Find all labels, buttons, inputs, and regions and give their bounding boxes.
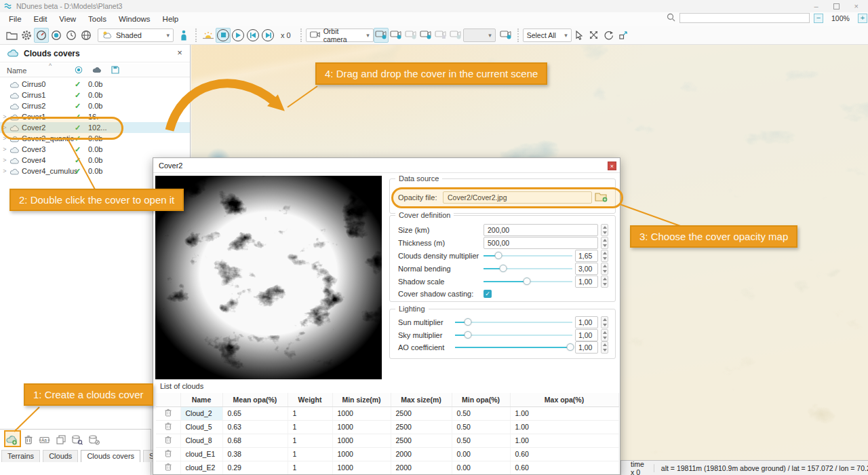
speedometer-button[interactable] xyxy=(34,28,49,43)
sky-multiplier-spinner[interactable] xyxy=(601,329,608,341)
camera-mode-dropdown[interactable]: Orbit camera ▾ xyxy=(306,28,374,42)
tree-item-cirrus2[interactable]: Cirrus2 ✓ 0.0b xyxy=(0,100,190,111)
sun-multiplier-value[interactable]: 1,00 xyxy=(575,316,598,328)
trash-icon[interactable] xyxy=(156,447,180,461)
expander-icon[interactable]: > xyxy=(0,146,9,153)
settings-gear-button[interactable] xyxy=(19,28,34,43)
cover-shadow-casting-checkbox[interactable]: ✓ xyxy=(484,290,492,298)
tab-terrains[interactable]: Terrains xyxy=(1,450,40,462)
shadow-scale-slider[interactable] xyxy=(484,276,572,288)
stop-button[interactable] xyxy=(216,28,231,43)
ao-coefficient-slider[interactable] xyxy=(455,341,572,354)
size-spinner[interactable] xyxy=(601,224,608,236)
camera-target-button[interactable] xyxy=(418,28,433,43)
table-row[interactable]: Cloud_2 0.65 1 1000 2500 0.50 1.00 xyxy=(156,406,618,420)
dialog-title-bar[interactable]: Cover2 xyxy=(153,158,620,173)
ao-coefficient-spinner[interactable] xyxy=(601,341,608,354)
trash-icon[interactable] xyxy=(156,406,180,420)
play-button[interactable] xyxy=(231,28,245,43)
camera-lock-button[interactable] xyxy=(448,28,463,43)
record-target-button[interactable] xyxy=(49,28,64,43)
open-folder-button[interactable] xyxy=(4,28,19,43)
column-name[interactable]: Name xyxy=(7,66,26,75)
trash-icon[interactable] xyxy=(156,434,180,447)
menu-file[interactable]: File xyxy=(3,14,28,24)
tree-item-cirrus0[interactable]: Cirrus0 ✓ 0.0b xyxy=(0,79,190,90)
select-mode-dropdown[interactable]: Select All ▾ xyxy=(523,28,572,42)
camera-remove-button[interactable] xyxy=(389,28,403,43)
camera-disabled-button[interactable] xyxy=(403,28,418,43)
slider-thumb[interactable] xyxy=(524,278,531,285)
delete-button[interactable] xyxy=(24,435,33,446)
panel-splitter[interactable] xyxy=(0,429,151,430)
bending-spinner[interactable] xyxy=(601,263,608,275)
camera-info-button[interactable] xyxy=(498,28,513,43)
rotate-button[interactable] xyxy=(601,28,616,43)
sunrise-button[interactable] xyxy=(201,28,216,43)
step-back-button[interactable] xyxy=(245,28,260,43)
column-header[interactable]: Min opa(%) xyxy=(452,393,510,406)
camera-save-button[interactable] xyxy=(433,28,448,43)
column-header[interactable]: Min size(m) xyxy=(332,393,391,406)
close-button[interactable]: × xyxy=(854,2,859,10)
camera-add-button[interactable] xyxy=(374,28,389,43)
render-mode-dropdown[interactable]: Shaded ▾ xyxy=(98,28,174,42)
slider-thumb[interactable] xyxy=(566,343,574,351)
tab-clouds-covers[interactable]: Clouds covers xyxy=(81,450,140,462)
shadow-scale-value[interactable]: 1,00 xyxy=(575,276,598,288)
tree-item-cover3[interactable]: > Cover3 ✓ 0.0b xyxy=(0,144,190,155)
globe-button[interactable] xyxy=(79,28,94,43)
column-header[interactable]: Max opa(%) xyxy=(510,393,618,406)
rename-button[interactable]: Aa xyxy=(39,436,50,446)
shadow-scale-spinner[interactable] xyxy=(601,276,608,288)
slider-thumb[interactable] xyxy=(495,252,502,259)
sun-multiplier-spinner[interactable] xyxy=(601,316,608,328)
thickness-input[interactable]: 500,00 xyxy=(484,237,598,249)
scale-button[interactable] xyxy=(616,28,631,43)
maximize-button[interactable] xyxy=(833,3,840,10)
tree-column-header[interactable]: Name ^ xyxy=(0,64,190,77)
database-search-button[interactable] xyxy=(72,435,83,446)
table-row[interactable]: Cloud_5 0.63 1 1000 2500 0.50 1.00 xyxy=(156,420,618,434)
menu-edit[interactable]: Edit xyxy=(28,14,54,24)
column-header[interactable]: Max size(m) xyxy=(391,393,452,406)
avatar-person-button[interactable] xyxy=(176,28,191,43)
column-header[interactable]: Weight xyxy=(288,393,332,406)
database-edit-button[interactable] xyxy=(89,435,100,446)
tab-clouds[interactable]: Clouds xyxy=(43,450,78,462)
menu-tools[interactable]: Tools xyxy=(82,14,113,24)
tree-item-cirrus1[interactable]: Cirrus1 ✓ 0.0b xyxy=(0,90,190,100)
menu-view[interactable]: View xyxy=(53,14,82,24)
column-cloud-icon[interactable] xyxy=(92,66,101,75)
ao-coefficient-value[interactable]: 1,00 xyxy=(575,341,598,354)
move-expand-button[interactable] xyxy=(587,28,601,43)
duplicate-button[interactable] xyxy=(56,435,66,446)
panel-close-icon[interactable]: × xyxy=(175,48,184,58)
history-clock-button[interactable] xyxy=(64,28,79,43)
slider-thumb[interactable] xyxy=(465,331,472,339)
zoom-in-button[interactable]: + xyxy=(858,14,867,23)
expander-icon[interactable]: > xyxy=(0,168,9,174)
density-value[interactable]: 1,65 xyxy=(575,250,598,262)
slider-thumb[interactable] xyxy=(465,318,472,326)
minimize-button[interactable]: – xyxy=(814,2,818,10)
sun-multiplier-slider[interactable] xyxy=(455,316,572,328)
column-header[interactable]: Name xyxy=(180,393,222,406)
search-input[interactable] xyxy=(679,13,810,23)
dialog-close-button[interactable]: × xyxy=(608,162,616,170)
sky-multiplier-slider[interactable] xyxy=(455,329,572,341)
density-slider[interactable] xyxy=(484,250,572,262)
column-enabled-icon[interactable] xyxy=(75,66,83,75)
menu-windows[interactable]: Windows xyxy=(113,14,157,24)
density-spinner[interactable] xyxy=(601,250,608,262)
column-save-icon[interactable] xyxy=(111,66,119,75)
sky-multiplier-value[interactable]: 1,00 xyxy=(575,329,598,341)
slider-thumb[interactable] xyxy=(499,265,507,272)
bending-value[interactable]: 3,00 xyxy=(575,263,598,275)
table-row[interactable]: cloud_E1 0.38 1 1000 2000 0.00 0.60 xyxy=(156,447,618,461)
column-header[interactable]: Mean opa(%) xyxy=(222,393,288,406)
select-cursor-button[interactable] xyxy=(572,28,587,43)
camera-preset-dropdown[interactable]: ▾ xyxy=(463,28,496,42)
menu-help[interactable]: Help xyxy=(157,14,185,24)
trash-icon[interactable] xyxy=(156,420,180,434)
